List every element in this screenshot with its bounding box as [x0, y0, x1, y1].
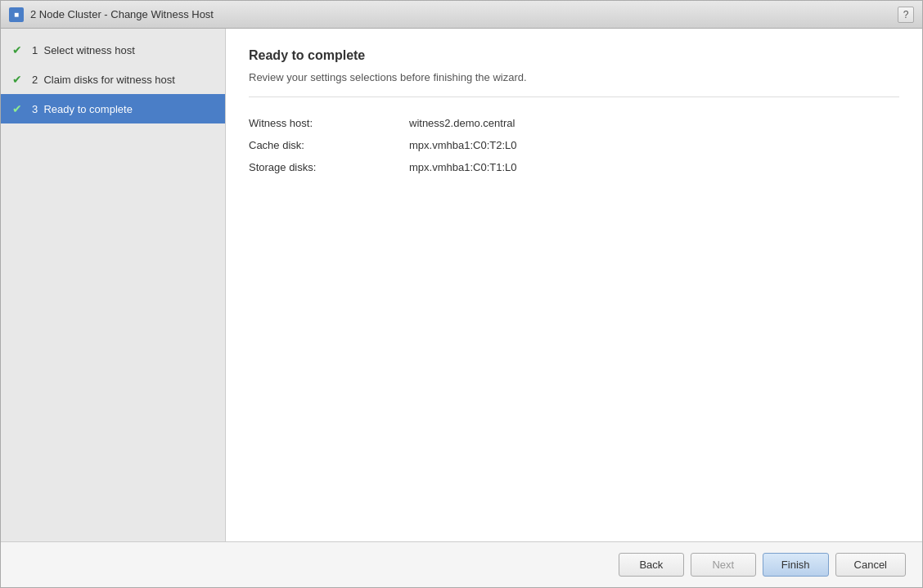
settings-grid: Witness host: witness2.demo.central Cach… [249, 117, 740, 173]
sidebar: ✔ 1 Select witness host ✔ 2 Claim disks … [1, 29, 226, 541]
divider [249, 97, 899, 97]
cache-disk-value: mpx.vmhba1:C0:T2:L0 [409, 139, 740, 151]
witness-host-value: witness2.demo.central [409, 117, 740, 129]
main-content: ✔ 1 Select witness host ✔ 2 Claim disks … [1, 29, 922, 541]
content-area: Ready to complete Review your settings s… [226, 29, 922, 541]
finish-button[interactable]: Finish [763, 553, 829, 577]
check-icon-3: ✔ [12, 102, 25, 115]
sidebar-item-2[interactable]: ✔ 2 Claim disks for witness host [1, 65, 225, 94]
next-button[interactable]: Next [691, 553, 756, 577]
storage-disks-label: Storage disks: [249, 161, 396, 173]
sidebar-label-1: 1 Select witness host [32, 44, 135, 56]
help-button[interactable]: ? [898, 7, 914, 23]
sidebar-item-3[interactable]: ✔ 3 Ready to complete [1, 94, 225, 123]
witness-host-label: Witness host: [249, 117, 396, 129]
footer: Back Next Finish Cancel [1, 541, 922, 587]
title-bar-left: ■ 2 Node Cluster - Change Witness Host [9, 7, 214, 22]
back-button[interactable]: Back [619, 553, 684, 577]
sidebar-item-1[interactable]: ✔ 1 Select witness host [1, 35, 225, 65]
title-bar: ■ 2 Node Cluster - Change Witness Host ? [1, 1, 922, 29]
storage-disks-value: mpx.vmhba1:C0:T1:L0 [409, 161, 740, 173]
app-icon: ■ [9, 7, 24, 22]
cancel-button[interactable]: Cancel [835, 553, 906, 577]
content-title: Ready to complete [249, 48, 899, 63]
cache-disk-label: Cache disk: [249, 139, 396, 151]
sidebar-label-3: 3 Ready to complete [32, 103, 133, 115]
content-subtitle: Review your settings selections before f… [249, 71, 899, 83]
sidebar-label-2: 2 Claim disks for witness host [32, 74, 175, 86]
check-icon-2: ✔ [12, 73, 25, 86]
window-title: 2 Node Cluster - Change Witness Host [30, 8, 214, 20]
dialog-window: ■ 2 Node Cluster - Change Witness Host ?… [0, 0, 923, 588]
check-icon-1: ✔ [12, 43, 25, 56]
